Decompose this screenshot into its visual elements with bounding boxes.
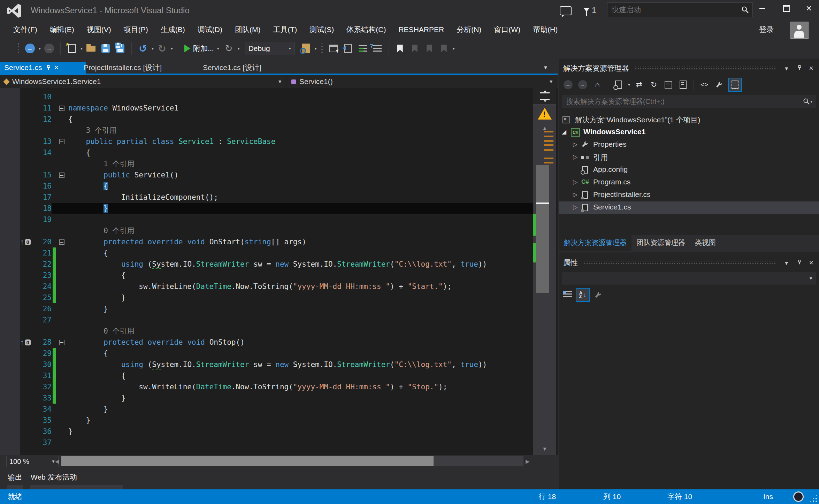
format-selection-button[interactable]	[371, 42, 384, 55]
toolbar-drag-handle[interactable]	[17, 43, 20, 54]
fold-toggle[interactable]	[59, 340, 64, 345]
solution-explorer-search[interactable]: ▾	[562, 95, 816, 108]
redo-button[interactable]: ↻	[156, 42, 168, 55]
editor-split-handle[interactable]	[533, 88, 556, 105]
forward-button[interactable]: →	[577, 79, 588, 91]
tree-item-app-config[interactable]: App.config	[559, 164, 819, 176]
navigate-to-code-button[interactable]	[342, 42, 354, 55]
format-document-button[interactable]	[357, 42, 369, 55]
web-publish-activity-tab[interactable]: Web 发布活动	[31, 472, 77, 482]
close-tab-icon[interactable]: ×	[54, 63, 59, 72]
sync-with-active-document-button[interactable]: ⇄	[634, 79, 645, 91]
show-all-files-button[interactable]	[728, 78, 742, 92]
view-code-button[interactable]: <>	[699, 79, 710, 91]
tab-service1-cs-design[interactable]: Service1.cs [设计]	[197, 62, 267, 74]
tree-item-project-windowsservice1[interactable]: ◢ C# WindowsService1	[559, 126, 819, 139]
output-panel-tab[interactable]: 输出	[8, 472, 22, 482]
navigate-backward-button[interactable]: ←	[24, 42, 36, 55]
menu-item-12[interactable]: 分析(N)	[450, 21, 488, 38]
categorized-button[interactable]	[562, 289, 573, 301]
warning-mark[interactable]	[544, 149, 553, 151]
fold-toggle[interactable]	[59, 139, 64, 144]
window-position-dropdown-icon[interactable]: ▼	[782, 260, 791, 266]
menu-item-5[interactable]: 生成(B)	[154, 21, 191, 38]
vertical-scrollbar-thumb[interactable]	[536, 165, 549, 293]
expander-collapsed-icon[interactable]: ▷	[573, 204, 577, 211]
solution-explorer-title-bar[interactable]: 解决方案资源管理器 ▼ ×	[559, 61, 819, 75]
resharper-status-icon[interactable]	[793, 491, 804, 502]
fold-toggle[interactable]	[59, 239, 64, 245]
menu-item-10[interactable]: 体系结构(C)	[340, 21, 392, 38]
user-avatar[interactable]	[790, 22, 809, 39]
zoom-level-combobox[interactable]: 100 % ▼	[6, 456, 59, 467]
menu-item-2[interactable]: 编辑(E)	[44, 21, 81, 38]
menu-item-8[interactable]: 工具(T)	[267, 21, 303, 38]
menu-item-14[interactable]: 帮助(H)	[527, 21, 564, 38]
properties-object-combobox[interactable]: ▼	[562, 272, 816, 284]
alphabetical-sort-button[interactable]: AZ↓	[576, 288, 590, 302]
warning-mark[interactable]	[544, 131, 553, 132]
tree-item-service1-cs[interactable]: ▷ Service1.cs	[559, 201, 819, 214]
scroll-right-arrow[interactable]: ▶	[526, 458, 530, 465]
new-file-button[interactable]: *	[66, 42, 78, 55]
properties-button[interactable]	[713, 79, 725, 91]
properties-pages-button[interactable]	[678, 79, 689, 91]
menu-item-9[interactable]: 测试(S)	[303, 21, 340, 38]
select-container-button[interactable]	[327, 42, 340, 55]
solution-configuration-combobox[interactable]: Debug ▾	[245, 42, 295, 55]
fold-toggle[interactable]	[59, 173, 64, 178]
pin-icon[interactable]	[795, 65, 804, 71]
horizontal-scrollbar[interactable]	[61, 456, 523, 466]
window-position-dropdown-icon[interactable]: ▼	[782, 66, 791, 71]
scroll-left-arrow[interactable]: ◀	[55, 458, 59, 465]
warning-mark[interactable]	[544, 158, 553, 159]
tab-solution-explorer[interactable]: 解决方案资源管理器	[559, 235, 632, 251]
pin-icon[interactable]	[46, 65, 51, 70]
file-health-warning-icon[interactable]	[538, 108, 552, 120]
refresh-button[interactable]: ↻	[648, 79, 659, 91]
member-dropdown[interactable]: Service1() ▼	[287, 75, 558, 88]
attach-to-process-button[interactable]: 附加... ▾	[183, 44, 221, 53]
tree-item-properties[interactable]: ▷ Properties	[559, 139, 819, 151]
override-indicator-icon[interactable]: ↑	[20, 238, 24, 246]
properties-title-bar[interactable]: 属性 ▼ ×	[559, 256, 819, 270]
tab-projectinstaller-cs-design[interactable]: ProjectInstaller.cs [设计]	[78, 62, 167, 74]
horizontal-scrollbar-thumb[interactable]	[61, 456, 434, 466]
menu-item-1[interactable]: 文件(F)	[7, 21, 44, 38]
maximize-button[interactable]	[776, 0, 797, 17]
quick-launch-search[interactable]	[607, 2, 753, 17]
title-bar[interactable]: WindowsService1 - Microsoft Visual Studi…	[0, 0, 819, 21]
warning-mark[interactable]	[544, 144, 553, 146]
fold-toggle[interactable]	[59, 106, 64, 111]
expander-expanded-icon[interactable]: ◢	[562, 128, 566, 136]
sign-in-link[interactable]: 登录	[759, 21, 774, 38]
undo-button[interactable]: ↺	[137, 42, 149, 55]
resize-grip[interactable]	[809, 494, 818, 503]
menu-item-3[interactable]: 视图(V)	[81, 21, 117, 38]
toggle-bookmark-button[interactable]	[394, 42, 406, 55]
tab-team-explorer[interactable]: 团队资源管理器	[632, 235, 690, 251]
collapse-all-button[interactable]	[663, 79, 674, 91]
home-button[interactable]: ⌂	[592, 79, 603, 91]
open-file-button[interactable]	[85, 42, 97, 55]
warning-mark[interactable]	[544, 136, 553, 137]
panel-tab-stub[interactable]	[7, 485, 23, 490]
minimize-button[interactable]	[752, 0, 772, 17]
toolbar-drag-handle[interactable]	[321, 43, 323, 54]
back-button[interactable]: ←	[562, 79, 574, 91]
override-indicator-icon[interactable]: ↑	[20, 338, 24, 346]
notifications-flag-icon[interactable]: 1	[583, 6, 596, 15]
vertical-scrollbar[interactable]: ▲ ▼	[533, 88, 556, 455]
close-icon[interactable]: ×	[807, 64, 815, 73]
feedback-icon[interactable]	[560, 6, 572, 15]
menu-item-6[interactable]: 调试(D)	[191, 21, 229, 38]
menu-item-4[interactable]: 项目(P)	[117, 21, 154, 38]
save-all-button[interactable]	[114, 42, 127, 55]
tab-service1-cs[interactable]: Service1.cs ×	[0, 62, 86, 74]
code-editor[interactable]: 1011namespace WindowsService112{ 3 个引用13…	[0, 88, 558, 455]
close-icon[interactable]: ×	[807, 258, 815, 267]
warning-mark[interactable]	[544, 162, 553, 163]
tree-item-references[interactable]: ▷ 引用	[559, 151, 819, 164]
save-button[interactable]	[99, 42, 112, 55]
scroll-up-arrow[interactable]: ▲	[533, 125, 556, 131]
